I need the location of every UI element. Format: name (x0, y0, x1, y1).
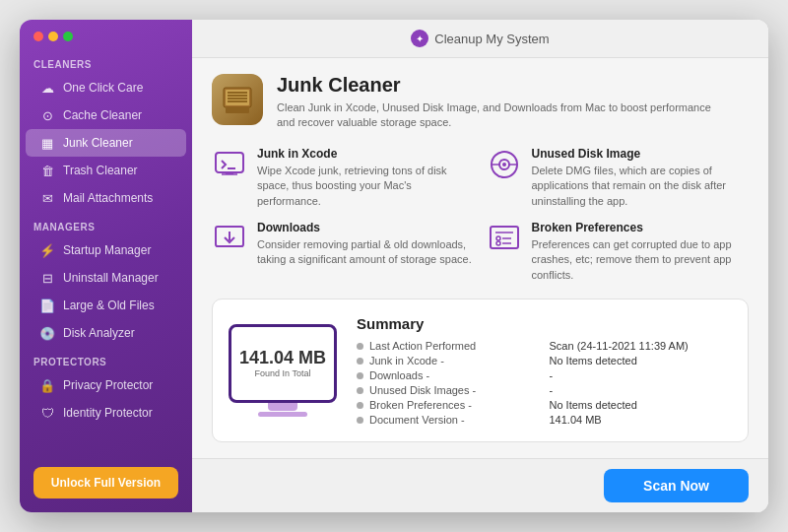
sidebar-item-disk-analyzer[interactable]: 💿 Disk Analyzer (26, 319, 186, 347)
disk-analyzer-icon: 💿 (39, 325, 55, 341)
feature-desc: Preferences can get corrupted due to app… (532, 237, 750, 283)
monitor-display: 141.04 MB Found In Total (229, 324, 337, 403)
cloud-icon: ☁ (39, 80, 55, 96)
sidebar-item-label: Startup Manager (63, 243, 151, 257)
summary-val-5: 141.04 MB (550, 414, 602, 426)
summary-row-0-val: Scan (24-11-2021 11:39 AM) (550, 340, 733, 352)
app-title: Cleanup My System (434, 32, 549, 46)
section-managers-label: Managers (20, 212, 192, 236)
sidebar-item-label: Cache Cleaner (63, 108, 142, 122)
summary-visual: 141.04 MB Found In Total (229, 315, 337, 426)
feature-junk-xcode: Junk in Xcode Wipe Xcode junk, retrievin… (212, 147, 475, 209)
summary-row-2: Downloads - (357, 369, 540, 381)
sidebar-item-privacy-protector[interactable]: 🔒 Privacy Protector (26, 371, 186, 399)
main-content: ✦ Cleanup My System (192, 20, 768, 512)
preferences-icon (487, 221, 522, 256)
sidebar-item-label: Mail Attachments (63, 191, 153, 205)
minimize-button[interactable] (48, 32, 58, 41)
sidebar-item-cache-cleaner[interactable]: ⊙ Cache Cleaner (26, 101, 186, 129)
summary-size-label: Found In Total (255, 368, 311, 378)
sidebar-item-junk-cleaner[interactable]: ▦ Junk Cleaner (26, 129, 186, 157)
summary-key-1: Junk in Xcode - (369, 355, 444, 366)
summary-row-3-val: - (550, 384, 733, 396)
summary-row-5-val: 141.04 MB (550, 414, 733, 426)
dot-2 (357, 372, 363, 379)
junk-icon: ▦ (39, 135, 55, 151)
sidebar-item-mail-attachments[interactable]: ✉ Mail Attachments (26, 184, 186, 212)
page-header-text: Junk Cleaner Clean Junk in Xcode, Unused… (277, 74, 730, 131)
privacy-icon: 🔒 (39, 377, 55, 393)
bottom-bar: Scan Now (192, 458, 768, 512)
sidebar-item-label: Junk Cleaner (63, 136, 133, 150)
summary-box: 141.04 MB Found In Total Summary Last Ac… (212, 299, 749, 442)
sidebar-item-label: Disk Analyzer (63, 326, 135, 340)
sidebar-footer: Unlock Full Version (20, 453, 192, 512)
maximize-button[interactable] (63, 32, 73, 41)
dot-0 (357, 343, 363, 350)
dot-3 (357, 387, 363, 394)
page-description: Clean Junk in Xcode, Unused Disk Image, … (277, 100, 730, 131)
sidebar-item-label: Uninstall Manager (63, 271, 159, 285)
feature-downloads: Downloads Consider removing partial & ol… (212, 221, 475, 283)
disk-icon (487, 147, 522, 182)
feature-downloads-text: Downloads Consider removing partial & ol… (257, 221, 475, 268)
feature-title: Downloads (257, 221, 475, 234)
scan-button[interactable]: Scan Now (604, 469, 749, 502)
mail-icon: ✉ (39, 190, 55, 206)
sidebar-item-label: One Click Care (63, 81, 143, 95)
svg-point-21 (496, 236, 500, 240)
monitor-stand (268, 403, 297, 411)
identity-icon: 🛡 (39, 405, 55, 421)
content-area: Junk Cleaner Clean Junk in Xcode, Unused… (192, 58, 768, 458)
sidebar-item-identity-protector[interactable]: 🛡 Identity Protector (26, 399, 186, 427)
sidebar-item-label: Identity Protector (63, 406, 153, 420)
monitor-base (258, 412, 307, 417)
svg-rect-19 (491, 227, 518, 248)
summary-row-4-val: No Items detected (550, 399, 733, 411)
features-grid: Junk in Xcode Wipe Xcode junk, retrievin… (212, 147, 749, 283)
page-header-icon (212, 74, 263, 125)
feature-junk-xcode-text: Junk in Xcode Wipe Xcode junk, retrievin… (257, 147, 475, 209)
sidebar-item-label: Privacy Protector (63, 378, 153, 392)
summary-size: 141.04 MB (239, 349, 326, 368)
close-button[interactable] (33, 32, 43, 41)
section-protectors-label: Protectors (20, 347, 192, 371)
sidebar-item-large-old-files[interactable]: 📄 Large & Old Files (26, 292, 186, 319)
sidebar-item-label: Large & Old Files (63, 299, 155, 312)
summary-val-1: No Items detected (550, 355, 637, 366)
svg-rect-6 (226, 107, 249, 113)
summary-row-2-val: - (550, 369, 733, 381)
summary-rows: Last Action Performed Scan (24-11-2021 1… (357, 340, 732, 426)
summary-row-3: Unused Disk Images - (357, 384, 540, 396)
download-icon (212, 221, 247, 256)
summary-key-0: Last Action Performed (369, 340, 476, 352)
svg-point-13 (502, 163, 506, 166)
xcode-icon (212, 147, 247, 182)
sidebar: Cleaners ☁ One Click Care ⊙ Cache Cleane… (20, 20, 192, 512)
sidebar-item-label: Trash Cleaner (63, 164, 138, 177)
summary-row-1: Junk in Xcode - (357, 355, 540, 366)
files-icon: 📄 (39, 298, 55, 313)
feature-desc: Delete DMG files, which are copies of ap… (532, 164, 750, 209)
summary-key-2: Downloads - (369, 369, 429, 381)
summary-title: Summary (357, 315, 732, 332)
dot-5 (357, 417, 363, 424)
sidebar-item-uninstall-manager[interactable]: ⊟ Uninstall Manager (26, 264, 186, 292)
summary-row-0: Last Action Performed (357, 340, 540, 352)
summary-key-5: Document Version - (369, 414, 465, 426)
summary-row-4: Broken Preferences - (357, 399, 540, 411)
summary-data: Summary Last Action Performed Scan (24-1… (357, 315, 732, 426)
sidebar-item-startup-manager[interactable]: ⚡ Startup Manager (26, 236, 186, 264)
sidebar-item-one-click-care[interactable]: ☁ One Click Care (26, 74, 186, 101)
main-window: Cleaners ☁ One Click Care ⊙ Cache Cleane… (20, 20, 768, 512)
summary-val-4: No Items detected (550, 399, 637, 411)
summary-row-1-val: No Items detected (550, 355, 733, 366)
unlock-button[interactable]: Unlock Full Version (33, 467, 178, 499)
feature-broken-prefs: Broken Preferences Preferences can get c… (487, 221, 750, 283)
dot-1 (357, 358, 363, 365)
sidebar-item-trash-cleaner[interactable]: 🗑 Trash Cleaner (26, 157, 186, 184)
feature-title: Junk in Xcode (257, 147, 475, 161)
summary-val-2: - (550, 369, 554, 381)
feature-broken-prefs-text: Broken Preferences Preferences can get c… (532, 221, 750, 283)
uninstall-icon: ⊟ (39, 270, 55, 286)
